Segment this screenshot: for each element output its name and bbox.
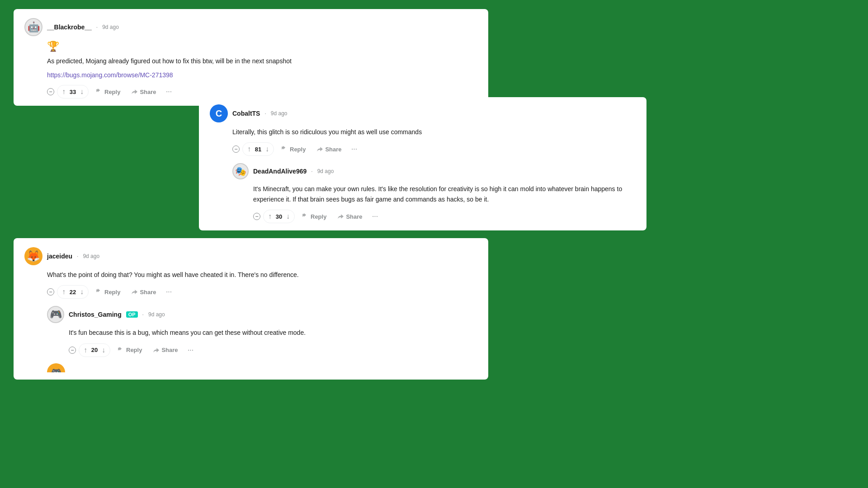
timestamp-christos: 9d ago	[148, 311, 165, 318]
share-icon	[130, 88, 137, 95]
collapse-button[interactable]: −	[47, 88, 54, 95]
bottom-comment-card: 🦊 jaceideu · 9d ago What's the point of …	[14, 238, 488, 380]
timestamp-dead: 9d ago	[317, 168, 334, 174]
reply-button-cobalt[interactable]: Reply	[277, 143, 309, 155]
avatar-cobalt: C	[210, 104, 228, 122]
downvote-jaceideu[interactable]: ↓	[79, 287, 85, 296]
comment-header: 🤖 __Blackrobe__ · 9d ago	[24, 18, 477, 36]
comment-body: As predicted, Mojang already figured out…	[47, 56, 477, 66]
nested-replies-card: C CobaltTS · 9d ago Literally, this glit…	[199, 97, 646, 230]
vote-count-cobalt: 81	[254, 146, 263, 153]
avatar-jaceideu: 🦊	[24, 247, 42, 265]
upvote-dead[interactable]: ↑	[267, 212, 273, 221]
vote-area-christos: ↑ 20 ↓	[79, 343, 110, 357]
avatar: 🤖	[24, 18, 42, 36]
downvote-button[interactable]: ↓	[79, 87, 85, 96]
dead-comment: 🎭 DeadAndAlive969 · 9d ago It's Minecraf…	[232, 163, 636, 223]
comment-body-jaceideu: What's the point of doing that? You migh…	[47, 270, 477, 280]
action-bar-dead: − ↑ 30 ↓ Reply Share ···	[253, 210, 636, 223]
partial-avatar: 🎮	[47, 363, 65, 372]
cobaltts-comment: C CobaltTS · 9d ago Literally, this glit…	[210, 104, 636, 156]
share-button-christos[interactable]: Share	[148, 344, 181, 356]
comment-link[interactable]: https://bugs.mojang.com/browse/MC-271398	[47, 71, 477, 79]
timestamp-cobalt: 9d ago	[271, 110, 288, 117]
upvote-christos[interactable]: ↑	[83, 346, 88, 355]
username-christos: Christos_Gaming	[69, 311, 122, 318]
reply-button-dead[interactable]: Reply	[297, 211, 330, 222]
timestamp-jaceideu: 9d ago	[83, 253, 99, 259]
username: __Blackrobe__	[47, 23, 92, 31]
collapse-cobalt[interactable]: −	[232, 145, 240, 153]
collapse-jaceideu[interactable]: −	[47, 288, 54, 296]
share-icon-cobalt	[316, 145, 323, 153]
username-dead: DeadAndAlive969	[253, 168, 307, 175]
reply-button-jaceideu[interactable]: Reply	[91, 286, 124, 298]
reply-icon-cobalt	[280, 145, 288, 153]
username-jaceideu: jaceideu	[47, 253, 72, 260]
action-bar-jaceideu: − ↑ 22 ↓ Reply Share ···	[47, 285, 477, 299]
vote-area-dead: ↑ 30 ↓	[263, 210, 295, 223]
more-options-dead[interactable]: ···	[369, 210, 382, 223]
upvote-jaceideu[interactable]: ↑	[61, 287, 66, 296]
upvote-cobalt[interactable]: ↑	[246, 145, 252, 154]
timestamp-value: 9d ago	[102, 24, 119, 30]
username-cobalt: CobaltTS	[232, 110, 260, 117]
reply-icon-jaceideu	[95, 288, 102, 296]
vote-count: 33	[68, 89, 77, 95]
reply-icon-christos	[117, 347, 124, 354]
more-options-christos[interactable]: ···	[184, 344, 197, 357]
upvote-button[interactable]: ↑	[61, 87, 66, 96]
vote-area-cobalt: ↑ 81 ↓	[242, 142, 274, 156]
timestamp: ·	[96, 24, 98, 30]
dot-cobalt: ·	[264, 110, 266, 117]
more-options-button[interactable]: ···	[163, 85, 175, 98]
top-comment-card: 🤖 __Blackrobe__ · 9d ago 🏆 As predicted,…	[14, 9, 488, 106]
action-bar-cobalt: − ↑ 81 ↓ Reply Share ···	[232, 142, 636, 156]
vote-area: ↑ 33 ↓	[57, 85, 89, 99]
reply-button-christos[interactable]: Reply	[113, 344, 146, 356]
vote-area-jaceideu: ↑ 22 ↓	[57, 285, 89, 299]
share-icon-jaceideu	[130, 288, 137, 296]
jaceideu-comment: 🦊 jaceideu · 9d ago What's the point of …	[24, 247, 477, 299]
vote-count-jaceideu: 22	[68, 289, 77, 296]
comment-header-christos: 🎮 Christos_Gaming OP · 9d ago	[47, 306, 477, 323]
avatar-dead: 🎭	[232, 163, 249, 179]
share-button-jaceideu[interactable]: Share	[127, 286, 160, 298]
collapse-dead[interactable]: −	[253, 213, 260, 220]
share-icon-dead	[336, 213, 344, 220]
action-bar-christos: − ↑ 20 ↓ Reply Share ···	[69, 343, 477, 357]
more-options-jaceideu[interactable]: ···	[163, 286, 175, 298]
comment-header-dead: 🎭 DeadAndAlive969 · 9d ago	[232, 163, 636, 179]
action-bar: − ↑ 33 ↓ Reply Share ···	[47, 85, 477, 99]
share-button-dead[interactable]: Share	[333, 211, 366, 222]
comment-header-jaceideu: 🦊 jaceideu · 9d ago	[24, 247, 477, 265]
downvote-dead[interactable]: ↓	[285, 212, 291, 221]
comment-header-cobalt: C CobaltTS · 9d ago	[210, 104, 636, 122]
share-button[interactable]: Share	[127, 86, 160, 98]
reply-icon	[95, 88, 102, 95]
op-badge: OP	[126, 311, 138, 318]
share-icon-christos	[152, 347, 159, 354]
avatar-christos: 🎮	[47, 306, 64, 323]
reply-button[interactable]: Reply	[91, 86, 124, 98]
more-options-cobalt[interactable]: ···	[348, 143, 361, 155]
downvote-cobalt[interactable]: ↓	[264, 145, 270, 154]
reply-icon-dead	[301, 213, 308, 220]
downvote-christos[interactable]: ↓	[101, 346, 106, 355]
share-button-cobalt[interactable]: Share	[312, 143, 345, 155]
comment-body-cobalt: Literally, this glitch is so ridiculous …	[232, 127, 636, 137]
collapse-christos[interactable]: −	[69, 347, 76, 354]
vote-count-christos: 20	[90, 347, 99, 353]
christos-comment: 🎮 Christos_Gaming OP · 9d ago It's fun b…	[47, 306, 477, 372]
comment-body-dead: It's Minecraft, you can make your own ru…	[253, 184, 636, 204]
vote-count-dead: 30	[274, 213, 283, 220]
award-badge: 🏆	[47, 41, 477, 52]
comment-body-christos: It's fun because this is a bug, which me…	[69, 328, 477, 338]
